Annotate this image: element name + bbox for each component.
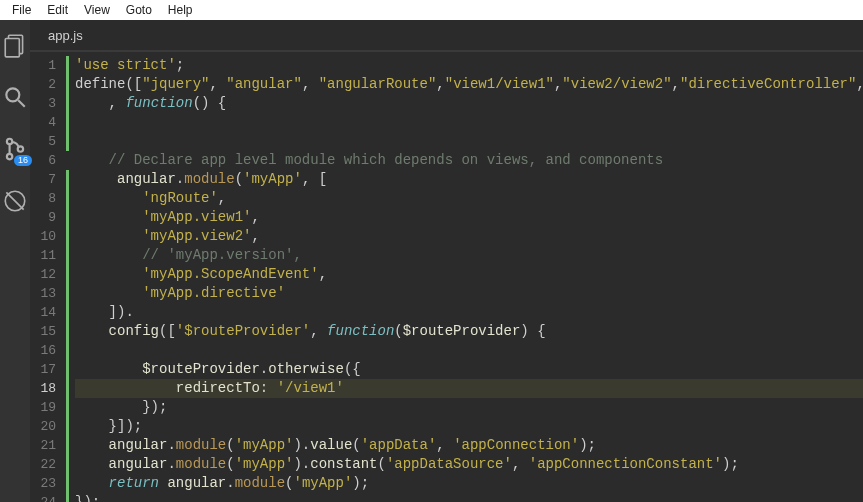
svg-rect-1 [5, 39, 19, 57]
code-line[interactable]: config(['$routeProvider', function($rout… [75, 322, 863, 341]
menu-view[interactable]: View [76, 1, 118, 19]
code-line[interactable]: $routeProvider.otherwise({ [75, 360, 863, 379]
line-number: 23 [30, 474, 60, 493]
change-bar [66, 360, 69, 379]
code-line[interactable]: , function() { [75, 94, 863, 113]
gutter-row: 15 [30, 322, 75, 341]
gutter-row: 23 [30, 474, 75, 493]
svg-point-4 [7, 139, 12, 144]
menu-goto[interactable]: Goto [118, 1, 160, 19]
gutter-row: 20 [30, 417, 75, 436]
code-line[interactable]: // 'myApp.version', [75, 246, 863, 265]
change-bar [66, 341, 69, 360]
line-number: 7 [30, 170, 60, 189]
gutter-row: 16 [30, 341, 75, 360]
search-icon[interactable] [0, 82, 30, 112]
gutter-row: 4 [30, 113, 75, 132]
line-number: 12 [30, 265, 60, 284]
activitybar: 16 [0, 20, 30, 502]
code-line[interactable]: angular.module('myApp').constant('appDat… [75, 455, 863, 474]
change-bar [66, 227, 69, 246]
gutter-row: 8 [30, 189, 75, 208]
line-number: 11 [30, 246, 60, 265]
line-number: 1 [30, 56, 60, 75]
gutter-row: 9 [30, 208, 75, 227]
gutter-row: 7 [30, 170, 75, 189]
code-line[interactable]: ]). [75, 303, 863, 322]
line-number: 15 [30, 322, 60, 341]
code-line[interactable]: }); [75, 493, 863, 502]
code-line[interactable]: // Declare app level module which depend… [75, 151, 863, 170]
debug-icon[interactable] [0, 186, 30, 216]
code-line[interactable] [75, 132, 863, 151]
line-number: 16 [30, 341, 60, 360]
code-line[interactable]: 'ngRoute', [75, 189, 863, 208]
line-number: 19 [30, 398, 60, 417]
code-line[interactable] [75, 341, 863, 360]
menu-edit[interactable]: Edit [39, 1, 76, 19]
files-icon[interactable] [0, 30, 30, 60]
line-number: 2 [30, 75, 60, 94]
gutter-row: 2 [30, 75, 75, 94]
line-number: 17 [30, 360, 60, 379]
gutter-row: 19 [30, 398, 75, 417]
change-bar [66, 379, 69, 398]
line-number: 24 [30, 493, 60, 502]
gutter: 123456789101112131415161718192021222324 [30, 52, 75, 502]
line-number: 6 [30, 151, 60, 170]
line-number: 18 [30, 379, 60, 398]
code-area[interactable]: 123456789101112131415161718192021222324 … [30, 52, 863, 502]
code-line[interactable]: define(["jquery", "angular", "angularRou… [75, 75, 863, 94]
svg-point-6 [18, 146, 23, 151]
code-line[interactable] [75, 113, 863, 132]
line-number: 4 [30, 113, 60, 132]
gutter-row: 12 [30, 265, 75, 284]
code-line[interactable]: }); [75, 398, 863, 417]
change-bar [66, 94, 69, 113]
code-line[interactable]: angular.module('myApp', [ [75, 170, 863, 189]
change-bar [66, 113, 69, 132]
svg-line-8 [6, 192, 23, 209]
code-line[interactable]: 'myApp.directive' [75, 284, 863, 303]
change-bar [66, 303, 69, 322]
change-bar [66, 322, 69, 341]
gutter-row: 6 [30, 151, 75, 170]
gutter-row: 24 [30, 493, 75, 502]
svg-line-3 [18, 100, 25, 107]
change-bar [66, 493, 69, 502]
menu-help[interactable]: Help [160, 1, 201, 19]
editor: app.js 123456789101112131415161718192021… [30, 20, 863, 502]
code-line[interactable]: angular.module('myApp').value('appData',… [75, 436, 863, 455]
code-content[interactable]: 'use strict';define(["jquery", "angular"… [75, 52, 863, 502]
gutter-row: 21 [30, 436, 75, 455]
change-bar [66, 246, 69, 265]
source-control-icon[interactable]: 16 [0, 134, 30, 164]
change-bar [66, 417, 69, 436]
change-bar [66, 189, 69, 208]
line-number: 9 [30, 208, 60, 227]
main-area: 16 app.js 123456789101112131415161718192… [0, 20, 863, 502]
tabbar: app.js [30, 20, 863, 52]
gutter-row: 13 [30, 284, 75, 303]
change-bar [66, 474, 69, 493]
line-number: 8 [30, 189, 60, 208]
change-bar [66, 284, 69, 303]
gutter-row: 17 [30, 360, 75, 379]
change-bar [66, 56, 69, 75]
tab-appjs[interactable]: app.js [38, 22, 93, 49]
code-line[interactable]: 'myApp.ScopeAndEvent', [75, 265, 863, 284]
code-line[interactable]: }]); [75, 417, 863, 436]
code-line[interactable]: 'myApp.view1', [75, 208, 863, 227]
change-bar [66, 170, 69, 189]
line-number: 21 [30, 436, 60, 455]
code-line[interactable]: redirectTo: '/view1' [75, 379, 863, 398]
code-line[interactable]: return angular.module('myApp'); [75, 474, 863, 493]
change-bar [66, 75, 69, 94]
line-number: 20 [30, 417, 60, 436]
code-line[interactable]: 'use strict'; [75, 56, 863, 75]
svg-point-2 [6, 88, 19, 101]
code-line[interactable]: 'myApp.view2', [75, 227, 863, 246]
line-number: 13 [30, 284, 60, 303]
line-number: 14 [30, 303, 60, 322]
menu-file[interactable]: File [4, 1, 39, 19]
